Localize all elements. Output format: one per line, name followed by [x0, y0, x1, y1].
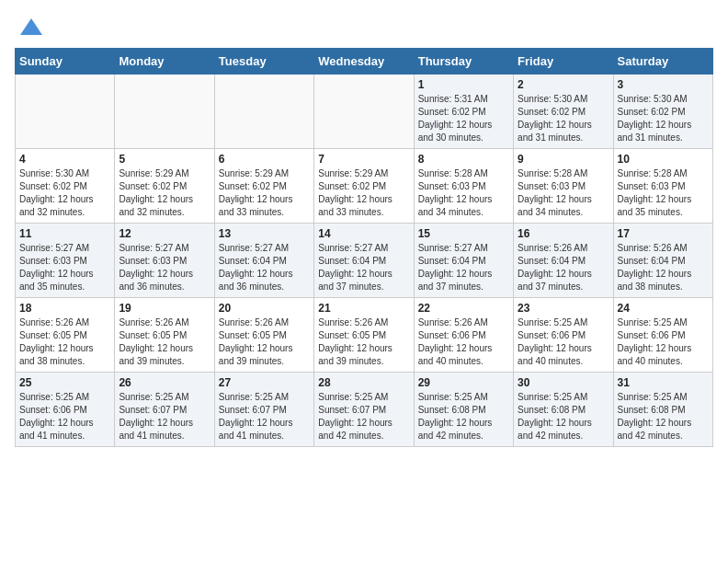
day-number: 2	[518, 78, 609, 91]
day-info: Sunrise: 5:28 AMSunset: 6:03 PMDaylight:…	[518, 167, 609, 219]
calendar-cell: 6Sunrise: 5:29 AMSunset: 6:02 PMDaylight…	[214, 149, 313, 224]
calendar-cell: 1Sunrise: 5:31 AMSunset: 6:02 PMDaylight…	[414, 75, 513, 149]
week-row-4: 18Sunrise: 5:26 AMSunset: 6:05 PMDayligh…	[16, 298, 713, 373]
day-number: 17	[618, 227, 709, 240]
day-info: Sunrise: 5:25 AMSunset: 6:06 PMDaylight:…	[19, 391, 110, 442]
day-number: 26	[119, 376, 210, 389]
day-info: Sunrise: 5:25 AMSunset: 6:08 PMDaylight:…	[618, 391, 709, 442]
day-number: 5	[119, 153, 210, 166]
day-number: 29	[418, 376, 509, 389]
calendar-cell: 4Sunrise: 5:30 AMSunset: 6:02 PMDaylight…	[16, 149, 115, 224]
calendar-cell: 16Sunrise: 5:26 AMSunset: 6:04 PMDayligh…	[514, 224, 613, 298]
day-info: Sunrise: 5:26 AMSunset: 6:06 PMDaylight:…	[418, 316, 509, 368]
week-row-1: 1Sunrise: 5:31 AMSunset: 6:02 PMDaylight…	[16, 75, 713, 149]
calendar-cell: 15Sunrise: 5:27 AMSunset: 6:04 PMDayligh…	[414, 224, 513, 298]
day-info: Sunrise: 5:28 AMSunset: 6:03 PMDaylight:…	[618, 167, 709, 219]
calendar-cell: 31Sunrise: 5:25 AMSunset: 6:08 PMDayligh…	[613, 373, 712, 447]
calendar-cell: 25Sunrise: 5:25 AMSunset: 6:06 PMDayligh…	[16, 373, 115, 447]
day-number: 21	[318, 302, 409, 315]
weekday-row: SundayMondayTuesdayWednesdayThursdayFrid…	[16, 49, 713, 75]
weekday-header-monday: Monday	[115, 49, 214, 75]
calendar-cell: 20Sunrise: 5:26 AMSunset: 6:05 PMDayligh…	[214, 298, 313, 373]
weekday-header-sunday: Sunday	[16, 49, 115, 75]
calendar-cell	[214, 75, 313, 149]
calendar-cell: 12Sunrise: 5:27 AMSunset: 6:03 PMDayligh…	[115, 224, 214, 298]
day-info: Sunrise: 5:26 AMSunset: 6:04 PMDaylight:…	[618, 242, 709, 293]
calendar-cell: 21Sunrise: 5:26 AMSunset: 6:05 PMDayligh…	[314, 298, 414, 373]
svg-marker-0	[20, 18, 42, 35]
day-number: 27	[219, 376, 310, 389]
calendar-cell: 2Sunrise: 5:30 AMSunset: 6:02 PMDaylight…	[514, 75, 613, 149]
day-number: 3	[618, 78, 709, 91]
day-info: Sunrise: 5:25 AMSunset: 6:07 PMDaylight:…	[318, 391, 409, 442]
day-number: 16	[518, 227, 609, 240]
day-number: 12	[119, 227, 210, 240]
day-number: 25	[19, 376, 110, 389]
calendar-cell: 26Sunrise: 5:25 AMSunset: 6:07 PMDayligh…	[115, 373, 214, 447]
day-info: Sunrise: 5:28 AMSunset: 6:03 PMDaylight:…	[418, 167, 509, 219]
day-number: 19	[119, 302, 210, 315]
calendar-table: SundayMondayTuesdayWednesdayThursdayFrid…	[15, 48, 713, 447]
day-number: 23	[518, 302, 609, 315]
calendar-cell	[314, 75, 414, 149]
calendar-cell: 29Sunrise: 5:25 AMSunset: 6:08 PMDayligh…	[414, 373, 513, 447]
calendar-cell: 30Sunrise: 5:25 AMSunset: 6:08 PMDayligh…	[514, 373, 613, 447]
day-number: 7	[318, 153, 409, 166]
weekday-header-wednesday: Wednesday	[314, 49, 414, 75]
day-number: 28	[318, 376, 409, 389]
day-info: Sunrise: 5:26 AMSunset: 6:05 PMDaylight:…	[318, 316, 409, 368]
calendar-cell: 8Sunrise: 5:28 AMSunset: 6:03 PMDaylight…	[414, 149, 513, 224]
day-number: 10	[618, 153, 709, 166]
calendar-cell: 10Sunrise: 5:28 AMSunset: 6:03 PMDayligh…	[613, 149, 712, 224]
day-info: Sunrise: 5:27 AMSunset: 6:04 PMDaylight:…	[219, 242, 310, 293]
calendar-cell: 14Sunrise: 5:27 AMSunset: 6:04 PMDayligh…	[314, 224, 414, 298]
calendar-cell: 18Sunrise: 5:26 AMSunset: 6:05 PMDayligh…	[16, 298, 115, 373]
day-number: 11	[19, 227, 110, 240]
calendar-cell	[16, 75, 115, 149]
calendar-header: SundayMondayTuesdayWednesdayThursdayFrid…	[16, 49, 713, 75]
calendar-cell: 7Sunrise: 5:29 AMSunset: 6:02 PMDaylight…	[314, 149, 414, 224]
calendar-cell: 9Sunrise: 5:28 AMSunset: 6:03 PMDaylight…	[514, 149, 613, 224]
day-info: Sunrise: 5:30 AMSunset: 6:02 PMDaylight:…	[518, 93, 609, 144]
weekday-header-tuesday: Tuesday	[214, 49, 313, 75]
day-number: 18	[19, 302, 110, 315]
day-info: Sunrise: 5:26 AMSunset: 6:05 PMDaylight:…	[119, 316, 210, 368]
day-info: Sunrise: 5:25 AMSunset: 6:08 PMDaylight:…	[418, 391, 509, 442]
calendar-cell: 11Sunrise: 5:27 AMSunset: 6:03 PMDayligh…	[16, 224, 115, 298]
day-info: Sunrise: 5:25 AMSunset: 6:07 PMDaylight:…	[219, 391, 310, 442]
day-info: Sunrise: 5:25 AMSunset: 6:06 PMDaylight:…	[518, 316, 609, 368]
day-number: 9	[518, 153, 609, 166]
page-header	[15, 15, 713, 40]
calendar-cell: 5Sunrise: 5:29 AMSunset: 6:02 PMDaylight…	[115, 149, 214, 224]
logo	[15, 15, 44, 40]
week-row-5: 25Sunrise: 5:25 AMSunset: 6:06 PMDayligh…	[16, 373, 713, 447]
day-info: Sunrise: 5:27 AMSunset: 6:04 PMDaylight:…	[418, 242, 509, 293]
weekday-header-friday: Friday	[514, 49, 613, 75]
weekday-header-saturday: Saturday	[613, 49, 712, 75]
day-number: 13	[219, 227, 310, 240]
calendar-cell: 22Sunrise: 5:26 AMSunset: 6:06 PMDayligh…	[414, 298, 513, 373]
day-info: Sunrise: 5:26 AMSunset: 6:05 PMDaylight:…	[219, 316, 310, 368]
week-row-3: 11Sunrise: 5:27 AMSunset: 6:03 PMDayligh…	[16, 224, 713, 298]
calendar-cell: 3Sunrise: 5:30 AMSunset: 6:02 PMDaylight…	[613, 75, 712, 149]
day-number: 1	[418, 78, 509, 91]
calendar-cell: 27Sunrise: 5:25 AMSunset: 6:07 PMDayligh…	[214, 373, 313, 447]
day-number: 4	[19, 153, 110, 166]
day-info: Sunrise: 5:27 AMSunset: 6:03 PMDaylight:…	[119, 242, 210, 293]
week-row-2: 4Sunrise: 5:30 AMSunset: 6:02 PMDaylight…	[16, 149, 713, 224]
calendar-cell: 17Sunrise: 5:26 AMSunset: 6:04 PMDayligh…	[613, 224, 712, 298]
calendar-cell: 23Sunrise: 5:25 AMSunset: 6:06 PMDayligh…	[514, 298, 613, 373]
calendar-body: 1Sunrise: 5:31 AMSunset: 6:02 PMDaylight…	[16, 75, 713, 447]
day-info: Sunrise: 5:27 AMSunset: 6:03 PMDaylight:…	[19, 242, 110, 293]
day-number: 8	[418, 153, 509, 166]
day-number: 6	[219, 153, 310, 166]
calendar-cell: 13Sunrise: 5:27 AMSunset: 6:04 PMDayligh…	[214, 224, 313, 298]
day-info: Sunrise: 5:29 AMSunset: 6:02 PMDaylight:…	[119, 167, 210, 219]
day-number: 22	[418, 302, 509, 315]
day-info: Sunrise: 5:25 AMSunset: 6:06 PMDaylight:…	[618, 316, 709, 368]
day-number: 24	[618, 302, 709, 315]
day-info: Sunrise: 5:30 AMSunset: 6:02 PMDaylight:…	[618, 93, 709, 144]
day-number: 31	[618, 376, 709, 389]
day-info: Sunrise: 5:29 AMSunset: 6:02 PMDaylight:…	[219, 167, 310, 219]
calendar-cell	[115, 75, 214, 149]
